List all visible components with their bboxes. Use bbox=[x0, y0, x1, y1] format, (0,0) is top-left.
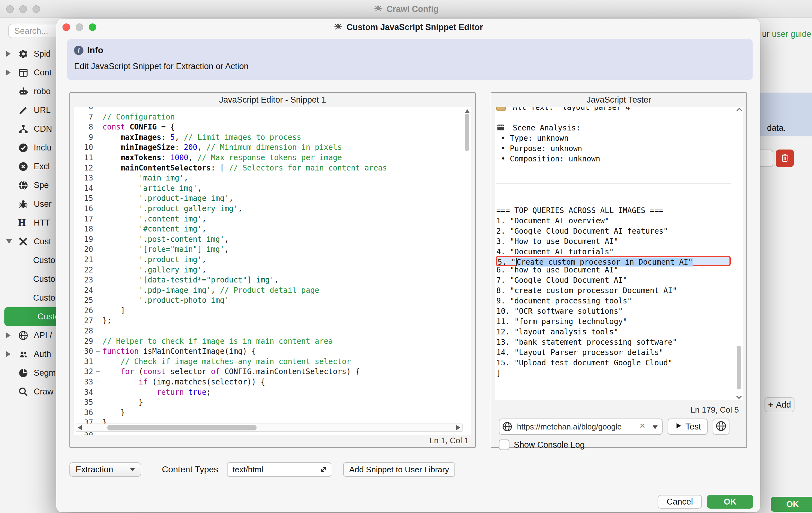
sidebar-item-label: Cont bbox=[34, 68, 52, 78]
code-line-22: 22 '.gallery img', bbox=[74, 265, 471, 275]
tester-output-line: 15. "Upload test document Google Cloud" bbox=[496, 358, 743, 368]
content-type-input[interactable] bbox=[227, 462, 331, 477]
tester-output-line: Alt Text: "layout parser 4" bbox=[496, 107, 743, 113]
background-panel-band: data. bbox=[759, 92, 812, 136]
tester-output[interactable]: Alt Text: "layout parser 4" Scene Analys… bbox=[495, 107, 743, 400]
sidebar-item-label: Cust bbox=[34, 237, 51, 246]
globe-dark-icon bbox=[18, 180, 34, 190]
ok-button[interactable]: OK bbox=[707, 495, 753, 509]
sidebar-item-label: Segm bbox=[34, 368, 56, 378]
snippet-type-dropdown[interactable]: Extraction bbox=[69, 462, 141, 477]
show-console-log-checkbox[interactable] bbox=[499, 439, 510, 450]
open-in-browser-button[interactable] bbox=[713, 418, 729, 435]
url-dropdown-chevron[interactable] bbox=[652, 425, 658, 430]
disclosure-right-icon[interactable] bbox=[6, 332, 18, 338]
network-icon bbox=[18, 124, 34, 134]
partial-button[interactable] bbox=[758, 150, 773, 167]
line-number: 8 bbox=[74, 122, 93, 132]
scroll-up-arrow[interactable] bbox=[736, 108, 742, 113]
fold-spacer bbox=[93, 397, 103, 408]
code-line-26: 26 ] bbox=[74, 306, 471, 316]
robot-icon bbox=[18, 86, 34, 97]
code-line-20: 20 '[role="main"] img', bbox=[74, 244, 471, 254]
x-circle-icon bbox=[18, 161, 34, 172]
scroll-right-arrow[interactable] bbox=[456, 425, 460, 430]
scrollbar-thumb[interactable] bbox=[465, 113, 469, 151]
film-icon bbox=[496, 123, 506, 132]
spider-icon bbox=[374, 3, 383, 15]
spider-icon bbox=[334, 22, 343, 33]
line-number: 11 bbox=[74, 153, 93, 163]
fold-spacer bbox=[93, 142, 103, 153]
code-line-9: 9 maxImages: 5, // Limit images to proce… bbox=[74, 132, 471, 143]
add-snippet-to-library-button[interactable]: Add Snippet to User Library bbox=[343, 462, 455, 477]
play-icon bbox=[674, 422, 682, 432]
fold-spacer bbox=[93, 357, 103, 367]
selected-text: Create custom processor in Document AI" bbox=[517, 258, 693, 267]
code-line-34: 34 return true; bbox=[74, 387, 471, 398]
line-number: 17 bbox=[74, 214, 93, 224]
snippet-type-value: Extraction bbox=[76, 465, 113, 475]
scroll-up-arrow[interactable] bbox=[465, 109, 470, 113]
fold-marker[interactable]: − bbox=[93, 346, 103, 357]
fold-spacer bbox=[93, 224, 103, 234]
background-ok-button[interactable]: OK bbox=[771, 497, 812, 512]
code-line-36: 36 } bbox=[74, 408, 471, 418]
tester-vertical-scrollbar[interactable] bbox=[736, 108, 743, 399]
globe-icon bbox=[18, 330, 34, 341]
code-line-29: 29// Helper to check if image is in main… bbox=[74, 336, 471, 347]
code-line-14: 14 'article img', bbox=[74, 183, 471, 194]
fold-marker[interactable]: − bbox=[93, 367, 103, 377]
globe-icon bbox=[716, 421, 727, 433]
clear-url-icon[interactable]: × bbox=[639, 421, 645, 431]
info-banner: i Info Edit JavaScript Snippet for Extra… bbox=[67, 39, 753, 80]
sidebar-item-label: Excl bbox=[34, 162, 50, 171]
tester-output-line: 9. "document processing tools" bbox=[496, 296, 743, 306]
code-line-11: 11 maxTokens: 1000, // Max response toke… bbox=[74, 153, 471, 163]
disclosure-right-icon[interactable] bbox=[6, 351, 18, 357]
code-line-16: 16 '.product-gallery img', bbox=[74, 204, 471, 214]
tester-output-line: 14. "Layout Parser processor details" bbox=[496, 348, 743, 358]
fold-spacer bbox=[93, 306, 103, 316]
line-number: 25 bbox=[74, 295, 93, 306]
fold-marker[interactable]: − bbox=[93, 122, 103, 132]
line-number: 10 bbox=[74, 142, 93, 153]
disclosure-right-icon[interactable] bbox=[6, 51, 18, 57]
scrollbar-thumb[interactable] bbox=[737, 346, 741, 389]
code-editor[interactable]: 67// Configuration8−const CONFIG = {9 ma… bbox=[74, 107, 471, 435]
editor-horizontal-scrollbar[interactable] bbox=[76, 424, 463, 432]
scroll-down-arrow[interactable] bbox=[736, 393, 742, 399]
delete-button[interactable] bbox=[776, 150, 794, 167]
sidebar-item-label: URL bbox=[34, 105, 51, 115]
url-input[interactable] bbox=[499, 418, 663, 435]
fold-spacer bbox=[93, 204, 103, 214]
fold-spacer bbox=[93, 183, 103, 194]
add-button[interactable]: + Add bbox=[764, 397, 794, 412]
scroll-left-arrow[interactable] bbox=[78, 425, 82, 430]
cancel-button[interactable]: Cancel bbox=[658, 495, 702, 509]
fold-spacer bbox=[93, 295, 103, 306]
sidebar-item-label: Inclu bbox=[34, 143, 52, 153]
fold-marker[interactable]: − bbox=[93, 163, 103, 173]
user-guide-link[interactable]: user guide bbox=[772, 29, 811, 39]
editor-vertical-scrollbar[interactable] bbox=[464, 109, 471, 422]
scrollbar-thumb[interactable] bbox=[107, 425, 257, 430]
fold-spacer bbox=[93, 234, 103, 245]
code-line-17: 17 '.content img', bbox=[74, 214, 471, 224]
test-button[interactable]: Test bbox=[668, 418, 707, 435]
tester-output-line: 13. "bank statement processing software" bbox=[496, 337, 743, 348]
highlighted-query-line[interactable]: 5. "Create custom processor in Document … bbox=[496, 256, 731, 266]
code-line-33: 33− if (img.matches(selector)) { bbox=[74, 377, 471, 387]
fold-spacer bbox=[93, 214, 103, 224]
fold-marker[interactable]: − bbox=[93, 377, 103, 387]
line-number: 18 bbox=[74, 224, 93, 234]
tester-output-line: 7. "Google Cloud Document AI" bbox=[496, 275, 743, 286]
line-number: 7 bbox=[74, 112, 93, 122]
fold-spacer bbox=[93, 316, 103, 326]
code-line-18: 18 '#content img', bbox=[74, 224, 471, 234]
line-number: 21 bbox=[74, 254, 93, 265]
disclosure-down-icon[interactable] bbox=[6, 239, 18, 244]
tester-output-line: 12. "layout analysis tools" bbox=[496, 327, 743, 337]
expand-icon[interactable] bbox=[319, 465, 328, 476]
disclosure-right-icon[interactable] bbox=[6, 70, 18, 75]
